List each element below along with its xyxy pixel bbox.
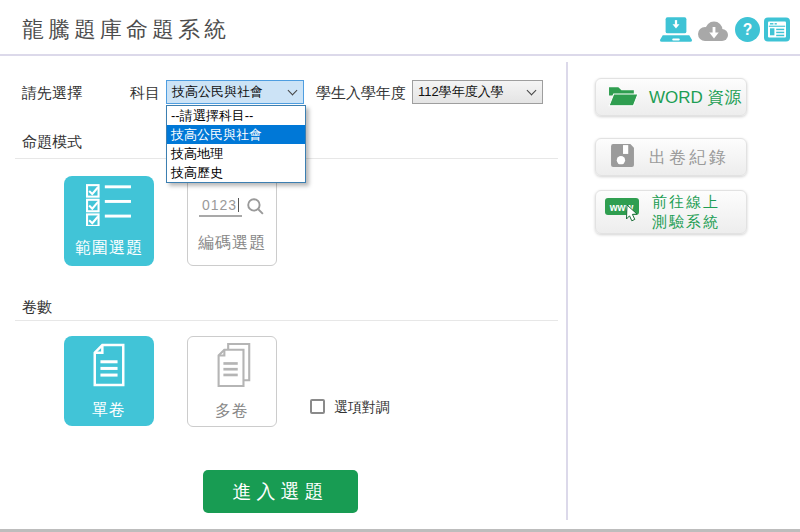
question-icon[interactable]: ?	[735, 17, 760, 46]
code-select-button[interactable]: 0123 編碼選題	[187, 174, 277, 266]
mode-section-title: 命題模式	[22, 133, 82, 152]
www-cursor-icon: www	[604, 196, 644, 228]
export-record-label: 出卷紀錄	[649, 146, 729, 169]
code-button-label: 編碼選題	[198, 233, 266, 254]
window-list-icon[interactable]	[764, 17, 790, 46]
page-title: 龍騰題庫命題系統	[22, 15, 230, 45]
subject-option[interactable]: 技高地理	[167, 144, 305, 163]
single-paper-label: 單卷	[92, 400, 126, 421]
folder-icon	[608, 83, 639, 112]
floppy-disk-icon	[610, 143, 635, 172]
export-record-button[interactable]: 出卷紀錄	[595, 138, 747, 176]
subject-label: 科目	[130, 84, 160, 103]
exam-builder-page: 龍騰題庫命題系統	[0, 0, 800, 532]
multi-paper-label: 多卷	[215, 401, 249, 422]
papers-section-title: 卷數	[22, 298, 52, 317]
documents-stack-icon	[210, 341, 254, 393]
subject-option[interactable]: --請選擇科目--	[167, 106, 305, 125]
search-icon[interactable]	[246, 197, 265, 216]
range-button-label: 範圍選題	[75, 238, 143, 259]
document-icon	[90, 342, 128, 392]
divider	[15, 320, 558, 321]
chevron-down-icon	[288, 85, 298, 95]
text-caret	[238, 198, 239, 212]
subject-option[interactable]: 技高歷史	[167, 163, 305, 182]
online-test-line1: 前往線上	[652, 193, 720, 210]
code-input-value: 0123	[202, 197, 237, 213]
code-input[interactable]: 0123	[199, 197, 242, 217]
subject-dropdown[interactable]: --請選擇科目--技高公民與社會技高地理技高歷史	[166, 105, 306, 183]
swap-options-label: 選項對調	[334, 399, 390, 417]
swap-options-checkbox[interactable]	[310, 399, 325, 414]
range-select-button[interactable]: 範圍選題	[64, 176, 154, 266]
choose-first-label: 請先選擇	[22, 84, 82, 103]
enter-selection-button[interactable]: 進入選題	[203, 470, 358, 513]
laptop-download-icon[interactable]	[659, 16, 693, 49]
code-input-row: 0123	[199, 197, 265, 217]
checklist-icon	[86, 184, 132, 230]
enroll-year-value: 112學年度入學	[418, 83, 504, 101]
cloud-download-icon[interactable]	[694, 19, 730, 48]
word-resource-label: WORD 資源	[649, 86, 742, 109]
subject-select[interactable]: 技高公民與社會	[166, 80, 304, 104]
enroll-year-label: 學生入學年度	[316, 84, 406, 103]
enroll-year-select[interactable]: 112學年度入學	[412, 80, 543, 104]
subject-select-value: 技高公民與社會	[172, 83, 263, 101]
online-test-line2: 測驗系統	[652, 213, 720, 230]
single-paper-button[interactable]: 單卷	[64, 336, 154, 426]
subject-option[interactable]: 技高公民與社會	[167, 125, 305, 144]
online-test-label: 前往線上 測驗系統	[652, 192, 720, 233]
word-resource-button[interactable]: WORD 資源	[595, 78, 747, 116]
svg-text:?: ?	[743, 21, 753, 38]
vertical-divider	[566, 62, 568, 520]
header: 龍騰題庫命題系統	[0, 0, 800, 56]
online-test-button[interactable]: www 前往線上 測驗系統	[595, 190, 747, 234]
chevron-down-icon	[527, 85, 537, 95]
multi-paper-button[interactable]: 多卷	[187, 336, 277, 427]
